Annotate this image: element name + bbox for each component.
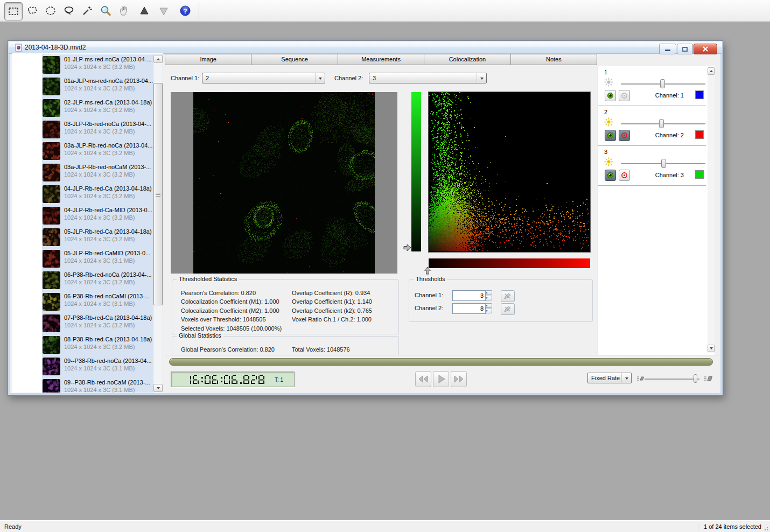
- list-item[interactable]: 08-P38-Rb-red-Ca (2013-04-18a) 1024 x 10…: [42, 334, 153, 356]
- move-up-button[interactable]: [136, 2, 153, 19]
- rect-select-icon: [8, 5, 19, 17]
- list-item[interactable]: 06-P38-Rb-red-noCa (2013-04-... 1024 x 1…: [42, 270, 153, 291]
- group-title: Global Statistics: [177, 332, 223, 339]
- hand-icon: [118, 5, 130, 17]
- tab-sequence[interactable]: Sequence: [251, 54, 338, 65]
- item-meta: 03a-JLP-Rb-red-noCa (2013-04... 1024 x 1…: [64, 142, 152, 156]
- step-forward-button[interactable]: [451, 371, 467, 387]
- item-title: 09--P38-Rb-red-noCa (2013-04...: [64, 358, 152, 364]
- list-item[interactable]: 04-JLP-Rb-red-Ca-MID (2013-0... 1024 x 1…: [42, 205, 153, 227]
- channel-color-swatch[interactable]: [695, 170, 704, 179]
- spin-down-button[interactable]: [485, 309, 492, 313]
- sidebar-scrollbar[interactable]: [153, 54, 163, 393]
- channel-solo-toggle[interactable]: [619, 130, 630, 141]
- channel-color-swatch[interactable]: [695, 90, 704, 99]
- channel-visibility-toggle[interactable]: [605, 130, 616, 141]
- tab-notes[interactable]: Notes: [511, 54, 597, 65]
- list-item[interactable]: 02-JLP-ms-red-Ca (2013-04-18a) 1024 x 10…: [42, 97, 153, 119]
- item-title: 05-JLP-Rb-red-Ca (2013-04-18a): [64, 228, 152, 235]
- elliptical-selection-tool-button[interactable]: [42, 2, 59, 19]
- help-button[interactable]: ?: [177, 2, 194, 19]
- channel-solo-toggle[interactable]: [619, 170, 630, 181]
- channel-1-threshold-input[interactable]: [452, 290, 486, 301]
- channel-2-threshold-stepper[interactable]: [485, 303, 492, 314]
- list-item[interactable]: 09--P38-Rb-red-noCa (2013-04... 1024 x 1…: [42, 356, 153, 377]
- item-subtitle: 1024 x 1024 x 3C (3.1 MB): [64, 300, 150, 307]
- tab-image[interactable]: Image: [165, 54, 251, 65]
- zoom-tool-button[interactable]: [97, 2, 114, 19]
- channel-2-threshold-marker[interactable]: [424, 267, 431, 276]
- list-item[interactable]: 03a-JLP-Rb-red-noCaM (2013-... 1024 x 10…: [42, 162, 153, 184]
- spin-up-button[interactable]: [485, 303, 492, 308]
- list-item[interactable]: 01-JLP-ms-red-noCa (2013-04-... 1024 x 1…: [42, 54, 153, 76]
- list-item[interactable]: 09--P38-Rb-red-noCaM (2013-... 1024 x 10…: [42, 377, 153, 393]
- list-item[interactable]: 04-JLP-Rb-red-Ca (2013-04-18a) 1024 x 10…: [42, 184, 153, 205]
- channel-1-select[interactable]: 2: [202, 73, 325, 83]
- list-item[interactable]: 05-JLP-Rb-red-CaMID (2013-0... 1024 x 10…: [42, 248, 153, 270]
- playback-rate-select[interactable]: Fixed Rate: [587, 373, 632, 383]
- scrollbar-thumb[interactable]: [153, 83, 163, 305]
- speed-slider-handle[interactable]: [694, 374, 697, 383]
- colocalization-scatterplot[interactable]: [429, 92, 590, 252]
- channel-1-threshold-marker[interactable]: [403, 244, 411, 253]
- list-item[interactable]: 03a-JLP-Rb-red-noCa (2013-04... 1024 x 1…: [42, 141, 153, 162]
- eye-icon: [607, 132, 614, 139]
- channel-solo-toggle[interactable]: [619, 90, 630, 101]
- dropdown-button[interactable]: [315, 73, 325, 83]
- brightness-slider-handle[interactable]: [659, 119, 664, 128]
- brightness-sun-icon[interactable]: [604, 117, 613, 128]
- channel-2-threshold-input[interactable]: [452, 303, 486, 314]
- scroll-down-button[interactable]: [708, 345, 715, 352]
- item-meta: 09--P38-Rb-red-noCaM (2013-... 1024 x 10…: [64, 379, 150, 393]
- tab-colocalization[interactable]: Colocalization: [424, 54, 510, 65]
- restore-button[interactable]: [677, 44, 693, 54]
- speed-slider-track[interactable]: [645, 379, 699, 380]
- channel-2-threshold-pick-button[interactable]: [501, 303, 515, 315]
- pan-tool-button[interactable]: [115, 2, 132, 19]
- scroll-up-button[interactable]: [153, 55, 163, 63]
- panel-scrollbar[interactable]: [708, 67, 715, 353]
- channel-visibility-toggle[interactable]: [605, 170, 616, 181]
- list-item[interactable]: 01a-JLP-ms-red-noCa (2013-04... 1024 x 1…: [42, 76, 153, 97]
- channel-2-select-value: 3: [373, 75, 376, 81]
- move-down-button[interactable]: [155, 2, 172, 19]
- brightness-sun-icon[interactable]: [604, 78, 613, 88]
- channel-2-select[interactable]: 3: [369, 73, 487, 83]
- spin-down-button[interactable]: [485, 296, 492, 300]
- scroll-up-button[interactable]: [708, 67, 715, 75]
- channel-visibility-toggle[interactable]: [605, 90, 616, 101]
- magic-wand-tool-button[interactable]: [79, 2, 96, 19]
- brightness-sun-icon[interactable]: [604, 157, 613, 167]
- brightness-slider-handle[interactable]: [661, 159, 666, 168]
- play-button[interactable]: [433, 371, 449, 387]
- freehand-selection-tool-button[interactable]: [24, 2, 41, 19]
- channels-panel: 1 Channel: 1 2 Channel: 2 3: [598, 66, 715, 355]
- image-viewer[interactable]: [171, 92, 397, 274]
- window-titlebar[interactable]: 2013-04-18-3D.mvd2: [9, 41, 722, 54]
- channel-1-threshold-stepper[interactable]: [485, 290, 492, 301]
- brightness-slider-handle[interactable]: [660, 79, 665, 88]
- list-item[interactable]: 03-JLP-Rb-red-noCa (2013-04-... 1024 x 1…: [42, 119, 153, 141]
- close-button[interactable]: [694, 44, 717, 54]
- dropdown-button[interactable]: [621, 373, 631, 383]
- tab-measurements[interactable]: Measurements: [338, 54, 424, 65]
- minimize-button[interactable]: [659, 44, 676, 54]
- global-statistics-group: Global Statistics Global Pearson's Corre…: [172, 336, 399, 355]
- dropdown-button[interactable]: [477, 73, 486, 83]
- item-subtitle: 1024 x 1024 x 3C (3.2 MB): [64, 236, 152, 242]
- spin-up-button[interactable]: [485, 290, 492, 295]
- step-back-button[interactable]: [415, 371, 431, 387]
- timeline-scrubber[interactable]: [169, 358, 713, 366]
- playback-rate-value: Fixed Rate: [591, 375, 620, 381]
- scroll-down-button[interactable]: [153, 384, 163, 392]
- lasso-tool-button[interactable]: [60, 2, 78, 19]
- rectangular-selection-tool-button[interactable]: [4, 2, 23, 20]
- channel-1-threshold-pick-button[interactable]: [501, 290, 515, 302]
- list-item[interactable]: 07-P38-Rb-red-Ca (2013-04-18a) 1024 x 10…: [42, 313, 153, 334]
- list-item[interactable]: 05-JLP-Rb-red-Ca (2013-04-18a) 1024 x 10…: [42, 227, 153, 248]
- list-item[interactable]: 06-P38-Rb-red-noCaMI (2013-... 1024 x 10…: [42, 291, 153, 313]
- eye-icon: [607, 92, 614, 99]
- microscopy-image[interactable]: [193, 92, 375, 274]
- channel-color-swatch[interactable]: [695, 130, 704, 139]
- channel-1-select-value: 2: [206, 75, 209, 81]
